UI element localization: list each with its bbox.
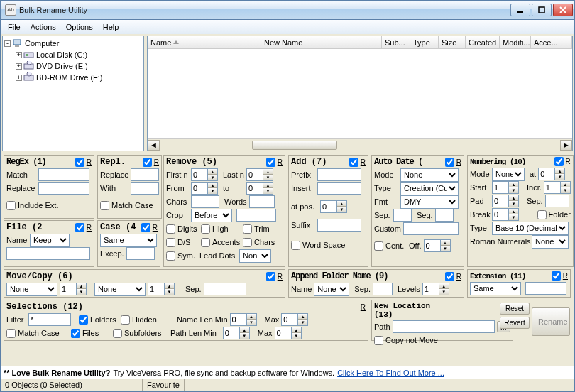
- nl-path[interactable]: [393, 320, 495, 333]
- regex-enable[interactable]: [75, 158, 84, 167]
- mc-sel2[interactable]: None: [94, 283, 146, 296]
- sel-path-min[interactable]: [223, 327, 240, 339]
- remove-crop[interactable]: Before: [191, 209, 232, 222]
- autodate-mode[interactable]: None: [400, 168, 459, 182]
- sel-name-max[interactable]: [281, 313, 298, 326]
- af-sep[interactable]: [373, 283, 393, 295]
- mc-n1[interactable]: [60, 283, 77, 295]
- scroll-left[interactable]: ◄: [148, 140, 160, 151]
- sel-folders[interactable]: [79, 315, 88, 325]
- af-reset[interactable]: R: [456, 273, 461, 281]
- remove-digits[interactable]: [166, 224, 175, 234]
- tree-expander[interactable]: +: [16, 63, 22, 70]
- remove-chars[interactable]: [191, 195, 219, 208]
- col-name[interactable]: Name: [148, 36, 261, 48]
- case-select[interactable]: Same: [100, 234, 157, 247]
- sel-filter[interactable]: [28, 313, 71, 326]
- add-insert[interactable]: [317, 182, 361, 195]
- autodate-enable[interactable]: [445, 158, 454, 167]
- numbering-start[interactable]: [492, 181, 509, 194]
- case-enable[interactable]: [141, 223, 150, 232]
- remove-enable[interactable]: [266, 158, 275, 167]
- numbering-incr[interactable]: [544, 181, 561, 194]
- mc-sep[interactable]: [204, 283, 246, 295]
- remove-leaddots[interactable]: Non: [239, 249, 271, 263]
- autodate-off[interactable]: [424, 239, 441, 252]
- scroll-thumb[interactable]: [252, 141, 337, 150]
- regex-include-ext[interactable]: [6, 201, 16, 210]
- col-sub[interactable]: Sub...: [382, 36, 410, 48]
- remove-trim[interactable]: [243, 224, 252, 234]
- mc-sel1[interactable]: None: [6, 283, 58, 296]
- menu-help[interactable]: Help: [99, 21, 124, 33]
- repl-with[interactable]: [131, 182, 159, 195]
- col-size[interactable]: Size: [439, 36, 466, 48]
- spin-up[interactable]: ▲: [208, 169, 217, 175]
- remove-firstn[interactable]: [191, 168, 208, 181]
- case-reset[interactable]: R: [153, 224, 158, 232]
- autodate-fmt[interactable]: DMY: [400, 195, 459, 209]
- col-type[interactable]: Type: [410, 36, 439, 48]
- add-atpos[interactable]: [320, 200, 337, 213]
- add-enable[interactable]: [349, 158, 358, 167]
- reset-button[interactable]: Reset: [500, 303, 530, 315]
- file-list-body[interactable]: [148, 49, 572, 138]
- add-word-space[interactable]: [291, 241, 300, 250]
- numbering-mode[interactable]: None: [492, 168, 525, 181]
- regex-match[interactable]: [38, 168, 89, 181]
- numbering-pad[interactable]: [492, 195, 509, 207]
- regex-reset[interactable]: R: [87, 158, 92, 166]
- repl-reset[interactable]: R: [154, 158, 159, 166]
- autodate-reset[interactable]: R: [456, 158, 461, 166]
- repl-enable[interactable]: [143, 158, 152, 167]
- tree-expander[interactable]: +: [16, 75, 22, 81]
- af-name[interactable]: None: [314, 283, 349, 296]
- col-accessed[interactable]: Acce...: [531, 36, 572, 48]
- sel-name-min[interactable]: [230, 313, 247, 326]
- col-newname[interactable]: New Name: [261, 36, 382, 48]
- sel-reset[interactable]: R: [361, 303, 366, 311]
- file-list[interactable]: Name New Name Sub... Type Size Created M…: [147, 36, 573, 151]
- spin-down[interactable]: ▼: [208, 175, 217, 180]
- tree-label[interactable]: Local Disk (C:): [36, 50, 87, 59]
- folder-tree[interactable]: -Computer +Local Disk (C:) +DVD Drive (E…: [2, 36, 144, 151]
- tree-label[interactable]: DVD Drive (E:): [36, 62, 88, 70]
- nl-copy[interactable]: [374, 336, 383, 345]
- remove-accents[interactable]: [201, 238, 210, 247]
- numbering-type[interactable]: Base 10 (Decimal): [492, 222, 569, 235]
- remove-chars-cb[interactable]: [243, 238, 252, 247]
- remove-words[interactable]: [249, 195, 275, 208]
- remove-from[interactable]: [191, 182, 208, 195]
- af-enable[interactable]: [445, 272, 454, 281]
- autodate-cent[interactable]: [374, 241, 383, 251]
- af-levels[interactable]: [422, 283, 439, 295]
- ext-text[interactable]: [525, 282, 566, 295]
- mc-n2[interactable]: [148, 283, 165, 295]
- tree-label[interactable]: Computer: [25, 39, 59, 48]
- autodate-sep[interactable]: [393, 209, 412, 222]
- numbering-enable[interactable]: [554, 157, 564, 166]
- horizontal-scrollbar[interactable]: ◄ ►: [148, 138, 572, 151]
- tree-label[interactable]: BD-ROM Drive (F:): [36, 73, 103, 82]
- menu-actions[interactable]: Actions: [26, 21, 60, 33]
- tree-expander[interactable]: -: [4, 40, 11, 47]
- numbering-sep[interactable]: [545, 195, 569, 207]
- movecopy-enable[interactable]: [266, 272, 275, 281]
- case-excep[interactable]: [126, 247, 155, 260]
- menu-file[interactable]: File: [4, 21, 25, 33]
- file-name[interactable]: Keep: [30, 234, 70, 247]
- ext-enable[interactable]: [552, 271, 561, 281]
- remove-ds[interactable]: [166, 238, 175, 247]
- numbering-roman[interactable]: None: [532, 235, 569, 249]
- numbering-reset[interactable]: R: [566, 158, 571, 165]
- add-reset[interactable]: R: [361, 158, 366, 166]
- autodate-seg[interactable]: [435, 209, 454, 222]
- minimize-button[interactable]: [510, 4, 530, 16]
- sel-path-max[interactable]: [275, 327, 292, 339]
- revert-button[interactable]: Revert: [500, 317, 530, 329]
- remove-reset[interactable]: R: [278, 158, 283, 166]
- file-reset[interactable]: R: [87, 224, 92, 232]
- autodate-custom[interactable]: [403, 222, 459, 235]
- numbering-folder[interactable]: [537, 210, 547, 219]
- col-created[interactable]: Created: [466, 36, 500, 48]
